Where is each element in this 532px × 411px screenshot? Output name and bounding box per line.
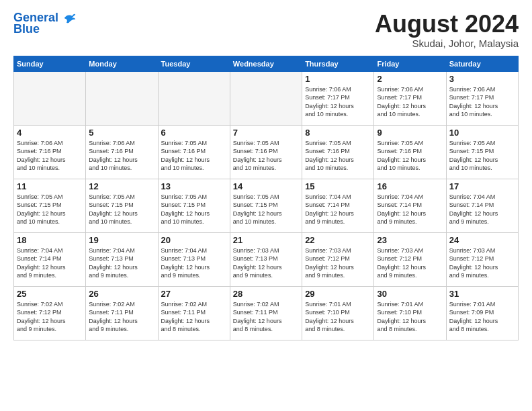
calendar-cell: 23Sunrise: 7:03 AM Sunset: 7:12 PM Dayli…	[374, 232, 446, 286]
day-info: Sunrise: 7:04 AM Sunset: 7:13 PM Dayligh…	[89, 246, 154, 280]
calendar-cell: 20Sunrise: 7:04 AM Sunset: 7:13 PM Dayli…	[158, 232, 230, 286]
weekday-header: Thursday	[302, 56, 374, 71]
day-number: 9	[377, 128, 443, 138]
month-title: August 2024	[375, 11, 519, 38]
day-number: 17	[449, 181, 515, 191]
calendar-week-row: 25Sunrise: 7:02 AM Sunset: 7:12 PM Dayli…	[14, 286, 519, 340]
day-info: Sunrise: 7:03 AM Sunset: 7:12 PM Dayligh…	[305, 246, 371, 280]
calendar-week-row: 4Sunrise: 7:06 AM Sunset: 7:16 PM Daylig…	[14, 125, 519, 179]
day-number: 15	[305, 181, 371, 191]
calendar-cell: 3Sunrise: 7:06 AM Sunset: 7:17 PM Daylig…	[446, 71, 518, 125]
day-number: 27	[161, 289, 227, 299]
subtitle: Skudai, Johor, Malaysia	[375, 38, 519, 49]
calendar-cell: 26Sunrise: 7:02 AM Sunset: 7:11 PM Dayli…	[86, 286, 158, 340]
day-info: Sunrise: 7:06 AM Sunset: 7:16 PM Dayligh…	[17, 139, 83, 173]
calendar-cell: 28Sunrise: 7:02 AM Sunset: 7:11 PM Dayli…	[230, 286, 302, 340]
calendar-cell: 1Sunrise: 7:06 AM Sunset: 7:17 PM Daylig…	[302, 71, 374, 125]
day-info: Sunrise: 7:05 AM Sunset: 7:16 PM Dayligh…	[233, 139, 299, 173]
calendar-cell: 10Sunrise: 7:05 AM Sunset: 7:15 PM Dayli…	[446, 125, 518, 179]
day-info: Sunrise: 7:02 AM Sunset: 7:11 PM Dayligh…	[89, 300, 154, 334]
day-number: 8	[305, 128, 371, 138]
calendar-cell: 16Sunrise: 7:04 AM Sunset: 7:14 PM Dayli…	[374, 179, 446, 232]
day-number: 24	[449, 235, 515, 245]
calendar-cell: 27Sunrise: 7:02 AM Sunset: 7:11 PM Dayli…	[158, 286, 230, 340]
day-number: 16	[377, 181, 443, 191]
day-number: 14	[233, 181, 299, 191]
day-info: Sunrise: 7:03 AM Sunset: 7:13 PM Dayligh…	[233, 246, 299, 280]
day-info: Sunrise: 7:02 AM Sunset: 7:11 PM Dayligh…	[233, 300, 299, 334]
calendar-cell: 31Sunrise: 7:01 AM Sunset: 7:09 PM Dayli…	[446, 286, 518, 340]
day-number: 31	[449, 289, 515, 299]
calendar-cell	[158, 71, 230, 125]
day-number: 3	[449, 74, 515, 84]
day-info: Sunrise: 7:05 AM Sunset: 7:16 PM Dayligh…	[377, 139, 443, 173]
calendar-cell: 14Sunrise: 7:05 AM Sunset: 7:15 PM Dayli…	[230, 179, 302, 232]
day-info: Sunrise: 7:02 AM Sunset: 7:11 PM Dayligh…	[161, 300, 227, 334]
day-number: 30	[377, 289, 443, 299]
day-info: Sunrise: 7:06 AM Sunset: 7:17 PM Dayligh…	[449, 85, 515, 119]
calendar-cell: 29Sunrise: 7:01 AM Sunset: 7:10 PM Dayli…	[302, 286, 374, 340]
day-info: Sunrise: 7:03 AM Sunset: 7:12 PM Dayligh…	[377, 246, 443, 280]
day-info: Sunrise: 7:06 AM Sunset: 7:16 PM Dayligh…	[89, 139, 154, 173]
calendar-cell: 22Sunrise: 7:03 AM Sunset: 7:12 PM Dayli…	[302, 232, 374, 286]
day-number: 2	[377, 74, 443, 84]
calendar-week-row: 18Sunrise: 7:04 AM Sunset: 7:14 PM Dayli…	[14, 232, 519, 286]
day-info: Sunrise: 7:05 AM Sunset: 7:15 PM Dayligh…	[161, 193, 227, 226]
title-area: August 2024 Skudai, Johor, Malaysia	[375, 11, 519, 49]
day-number: 19	[89, 235, 154, 245]
day-number: 23	[377, 235, 443, 245]
day-number: 12	[89, 181, 154, 191]
day-info: Sunrise: 7:04 AM Sunset: 7:14 PM Dayligh…	[377, 193, 443, 226]
day-number: 18	[17, 235, 83, 245]
day-info: Sunrise: 7:01 AM Sunset: 7:10 PM Dayligh…	[305, 300, 371, 334]
calendar-cell: 25Sunrise: 7:02 AM Sunset: 7:12 PM Dayli…	[14, 286, 86, 340]
day-number: 5	[89, 128, 154, 138]
calendar-cell: 17Sunrise: 7:04 AM Sunset: 7:14 PM Dayli…	[446, 179, 518, 232]
calendar-cell: 9Sunrise: 7:05 AM Sunset: 7:16 PM Daylig…	[374, 125, 446, 179]
day-info: Sunrise: 7:05 AM Sunset: 7:15 PM Dayligh…	[17, 193, 83, 226]
calendar-cell: 11Sunrise: 7:05 AM Sunset: 7:15 PM Dayli…	[14, 179, 86, 232]
calendar-cell: 13Sunrise: 7:05 AM Sunset: 7:15 PM Dayli…	[158, 179, 230, 232]
calendar-cell: 15Sunrise: 7:04 AM Sunset: 7:14 PM Dayli…	[302, 179, 374, 232]
calendar-header-row: SundayMondayTuesdayWednesdayThursdayFrid…	[14, 56, 519, 71]
day-number: 26	[89, 289, 154, 299]
day-number: 1	[305, 74, 371, 84]
day-info: Sunrise: 7:06 AM Sunset: 7:17 PM Dayligh…	[377, 85, 443, 119]
calendar-cell: 7Sunrise: 7:05 AM Sunset: 7:16 PM Daylig…	[230, 125, 302, 179]
weekday-header: Monday	[86, 56, 158, 71]
calendar-cell: 24Sunrise: 7:03 AM Sunset: 7:12 PM Dayli…	[446, 232, 518, 286]
day-info: Sunrise: 7:02 AM Sunset: 7:12 PM Dayligh…	[17, 300, 83, 334]
page: General Blue August 2024 Skudai, Johor, …	[0, 0, 532, 411]
calendar-cell: 30Sunrise: 7:01 AM Sunset: 7:10 PM Dayli…	[374, 286, 446, 340]
day-number: 20	[161, 235, 227, 245]
weekday-header: Saturday	[446, 56, 518, 71]
calendar-cell: 8Sunrise: 7:05 AM Sunset: 7:16 PM Daylig…	[302, 125, 374, 179]
calendar-cell: 19Sunrise: 7:04 AM Sunset: 7:13 PM Dayli…	[86, 232, 158, 286]
day-info: Sunrise: 7:06 AM Sunset: 7:17 PM Dayligh…	[305, 85, 371, 119]
day-number: 6	[161, 128, 227, 138]
calendar-cell	[230, 71, 302, 125]
day-number: 21	[233, 235, 299, 245]
calendar-table: SundayMondayTuesdayWednesdayThursdayFrid…	[13, 56, 519, 340]
calendar-cell	[86, 71, 158, 125]
calendar-cell: 6Sunrise: 7:05 AM Sunset: 7:16 PM Daylig…	[158, 125, 230, 179]
logo-bird-icon	[63, 11, 77, 25]
day-number: 10	[449, 128, 515, 138]
calendar-cell	[14, 71, 86, 125]
calendar-cell: 18Sunrise: 7:04 AM Sunset: 7:14 PM Dayli…	[14, 232, 86, 286]
day-number: 13	[161, 181, 227, 191]
header: General Blue August 2024 Skudai, Johor, …	[13, 11, 519, 49]
day-info: Sunrise: 7:01 AM Sunset: 7:09 PM Dayligh…	[449, 300, 515, 334]
day-info: Sunrise: 7:05 AM Sunset: 7:15 PM Dayligh…	[233, 193, 299, 226]
day-info: Sunrise: 7:04 AM Sunset: 7:14 PM Dayligh…	[305, 193, 371, 226]
day-info: Sunrise: 7:03 AM Sunset: 7:12 PM Dayligh…	[449, 246, 515, 280]
calendar-week-row: 1Sunrise: 7:06 AM Sunset: 7:17 PM Daylig…	[14, 71, 519, 125]
day-info: Sunrise: 7:05 AM Sunset: 7:16 PM Dayligh…	[161, 139, 227, 173]
day-number: 7	[233, 128, 299, 138]
day-info: Sunrise: 7:05 AM Sunset: 7:15 PM Dayligh…	[449, 139, 515, 173]
calendar-cell: 21Sunrise: 7:03 AM Sunset: 7:13 PM Dayli…	[230, 232, 302, 286]
weekday-header: Wednesday	[230, 56, 302, 71]
day-info: Sunrise: 7:04 AM Sunset: 7:14 PM Dayligh…	[17, 246, 83, 280]
weekday-header: Sunday	[14, 56, 86, 71]
day-number: 22	[305, 235, 371, 245]
